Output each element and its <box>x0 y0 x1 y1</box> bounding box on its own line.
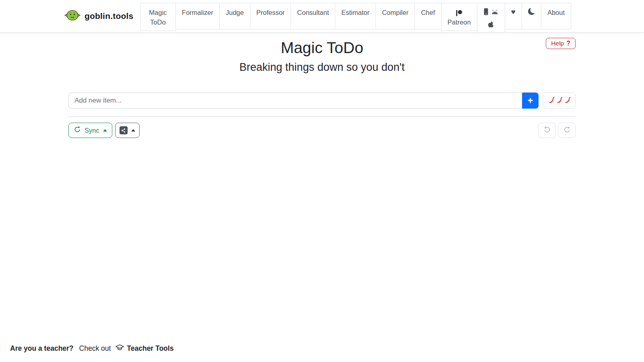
plus-icon: + <box>528 96 533 105</box>
add-item-button[interactable]: + <box>522 93 539 109</box>
phone-icon <box>483 8 489 18</box>
moon-icon <box>528 8 535 18</box>
nav-item-compiler[interactable]: Compiler <box>376 3 415 29</box>
teacher-tools-label: Teacher Tools <box>127 344 173 353</box>
nav-item-estimator[interactable]: Estimator <box>335 3 376 29</box>
spiciness-button[interactable] <box>543 93 576 109</box>
patreon-icon <box>456 8 462 18</box>
share-menu-button[interactable] <box>115 123 140 138</box>
nav-item-mobile-apps[interactable] <box>477 3 505 33</box>
top-navbar: goblin.tools Magic ToDo Formalizer Judge… <box>0 0 644 33</box>
nav-item-chef[interactable]: Chef <box>415 3 442 29</box>
share-icon <box>120 126 128 134</box>
teacher-tools-footer: Are you a teacher? Check out Teacher Too… <box>10 344 173 353</box>
undo-button[interactable] <box>538 123 556 138</box>
nav-item-formalizer[interactable]: Formalizer <box>175 3 220 29</box>
page-header: Help? Magic ToDo Breaking things down so… <box>68 33 576 74</box>
chili-pepper-icon <box>555 96 564 105</box>
android-icon <box>491 8 499 18</box>
nav-item-about[interactable]: About <box>541 3 571 29</box>
divider <box>68 116 576 117</box>
redo-icon <box>563 126 571 135</box>
brand-link[interactable]: goblin.tools <box>64 0 133 32</box>
add-item-input[interactable] <box>68 93 522 109</box>
brand-name: goblin.tools <box>85 11 133 21</box>
apple-icon <box>488 19 494 29</box>
nav-item-magic-todo[interactable]: Magic ToDo <box>140 3 176 31</box>
page-subtitle: Breaking things down so you don't <box>68 61 576 74</box>
check-out-text: Check out <box>79 344 111 353</box>
nav-item-judge[interactable]: Judge <box>219 3 250 29</box>
nav-item-consultant[interactable]: Consultant <box>291 3 335 29</box>
nav-item-sponsor[interactable]: ♥ <box>505 3 522 29</box>
nav-menu: Magic ToDo Formalizer Judge Professor Co… <box>140 3 571 33</box>
undo-icon <box>543 126 551 135</box>
add-item-row: + <box>68 93 576 109</box>
teacher-question: Are you a teacher? <box>10 344 74 353</box>
caret-up-icon <box>131 129 135 132</box>
chili-pepper-icon <box>547 96 555 105</box>
chili-pepper-icon <box>564 96 572 105</box>
page-title: Magic ToDo <box>68 39 576 57</box>
question-mark-icon: ? <box>566 40 570 47</box>
sync-icon <box>74 126 81 135</box>
redo-button[interactable] <box>558 123 576 138</box>
graduation-cap-icon <box>116 344 124 353</box>
sync-button[interactable]: Sync <box>68 123 112 138</box>
teacher-tools-link[interactable]: Teacher Tools <box>116 344 173 353</box>
main-content: Help? Magic ToDo Breaking things down so… <box>68 33 576 138</box>
list-toolbar: Sync <box>68 123 576 138</box>
heart-icon: ♥ <box>511 8 516 16</box>
help-button[interactable]: Help? <box>546 38 576 49</box>
goblin-logo-icon <box>64 8 81 24</box>
nav-item-professor[interactable]: Professor <box>250 3 291 29</box>
nav-item-patreon[interactable]: Patreon <box>441 3 477 31</box>
caret-up-icon <box>103 129 107 132</box>
nav-item-dark-mode[interactable] <box>522 3 541 29</box>
